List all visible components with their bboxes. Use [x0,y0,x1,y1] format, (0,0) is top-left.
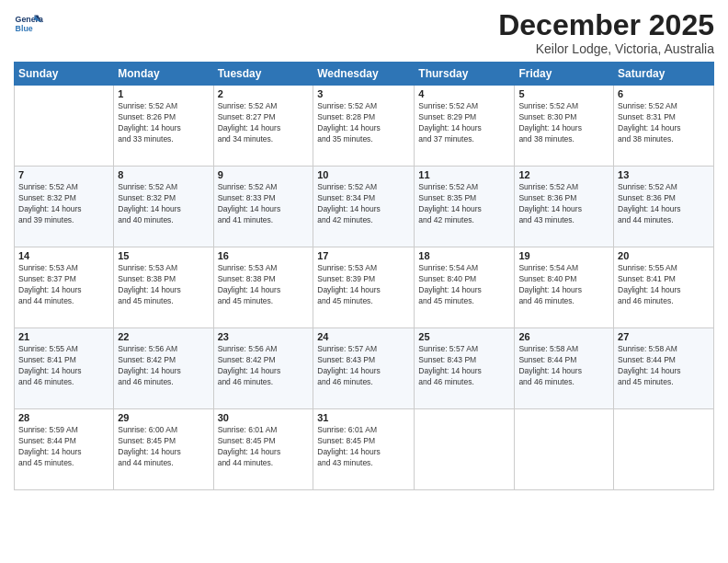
calendar-cell: 17Sunrise: 5:53 AM Sunset: 8:39 PM Dayli… [313,247,415,328]
page-header: General Blue December 2025 Keilor Lodge,… [14,9,714,56]
calendar-cell [614,409,714,490]
day-number: 6 [618,88,710,99]
calendar-cell: 13Sunrise: 5:52 AM Sunset: 8:36 PM Dayli… [614,167,714,247]
day-info: Sunrise: 5:52 AM Sunset: 8:32 PM Dayligh… [118,182,209,226]
day-info: Sunrise: 5:53 AM Sunset: 8:38 PM Dayligh… [218,263,310,307]
calendar-cell: 15Sunrise: 5:53 AM Sunset: 8:38 PM Dayli… [114,247,213,328]
day-info: Sunrise: 5:56 AM Sunset: 8:42 PM Dayligh… [218,344,310,388]
calendar-cell: 8Sunrise: 5:52 AM Sunset: 8:32 PM Daylig… [114,167,213,247]
day-number: 17 [317,250,410,261]
day-info: Sunrise: 5:52 AM Sunset: 8:32 PM Dayligh… [18,182,109,226]
day-info: Sunrise: 5:52 AM Sunset: 8:36 PM Dayligh… [618,182,710,226]
column-header-monday: Monday [114,63,213,86]
day-number: 25 [418,331,510,342]
day-number: 4 [418,88,510,99]
day-number: 9 [218,169,310,180]
calendar-cell: 19Sunrise: 5:54 AM Sunset: 8:40 PM Dayli… [515,247,614,328]
calendar-cell: 6Sunrise: 5:52 AM Sunset: 8:31 PM Daylig… [614,86,714,167]
calendar-cell: 9Sunrise: 5:52 AM Sunset: 8:33 PM Daylig… [213,167,313,247]
day-number: 27 [618,331,710,342]
day-info: Sunrise: 5:52 AM Sunset: 8:35 PM Dayligh… [418,182,510,226]
day-number: 21 [18,331,109,342]
week-row-4: 21Sunrise: 5:55 AM Sunset: 8:41 PM Dayli… [15,328,714,409]
day-number: 24 [317,331,410,342]
calendar-cell: 7Sunrise: 5:52 AM Sunset: 8:32 PM Daylig… [15,167,114,247]
calendar-cell: 27Sunrise: 5:58 AM Sunset: 8:44 PM Dayli… [614,328,714,409]
day-number: 7 [18,169,109,180]
calendar-cell: 22Sunrise: 5:56 AM Sunset: 8:42 PM Dayli… [114,328,213,409]
day-info: Sunrise: 5:58 AM Sunset: 8:44 PM Dayligh… [518,344,609,388]
day-info: Sunrise: 5:52 AM Sunset: 8:26 PM Dayligh… [118,101,209,145]
column-header-wednesday: Wednesday [313,63,415,86]
calendar-cell: 24Sunrise: 5:57 AM Sunset: 8:43 PM Dayli… [313,328,415,409]
day-number: 2 [218,88,310,99]
day-info: Sunrise: 5:52 AM Sunset: 8:29 PM Dayligh… [418,101,510,145]
calendar-cell: 3Sunrise: 5:52 AM Sunset: 8:28 PM Daylig… [313,86,415,167]
day-number: 30 [218,412,310,423]
calendar-cell: 31Sunrise: 6:01 AM Sunset: 8:45 PM Dayli… [313,409,415,490]
day-number: 14 [18,250,109,261]
calendar-cell: 4Sunrise: 5:52 AM Sunset: 8:29 PM Daylig… [415,86,515,167]
calendar-cell: 2Sunrise: 5:52 AM Sunset: 8:27 PM Daylig… [213,86,313,167]
day-number: 11 [418,169,510,180]
calendar-cell: 16Sunrise: 5:53 AM Sunset: 8:38 PM Dayli… [213,247,313,328]
calendar-cell: 11Sunrise: 5:52 AM Sunset: 8:35 PM Dayli… [415,167,515,247]
location: Keilor Lodge, Victoria, Australia [498,41,714,56]
day-number: 23 [218,331,310,342]
day-number: 20 [618,250,710,261]
day-number: 26 [518,331,609,342]
day-number: 1 [118,88,209,99]
week-row-3: 14Sunrise: 5:53 AM Sunset: 8:37 PM Dayli… [15,247,714,328]
calendar-cell [515,409,614,490]
month-title: December 2025 [498,9,714,41]
day-number: 10 [317,169,410,180]
day-info: Sunrise: 5:52 AM Sunset: 8:27 PM Dayligh… [218,101,310,145]
calendar-cell: 10Sunrise: 5:52 AM Sunset: 8:34 PM Dayli… [313,167,415,247]
calendar-cell [15,86,114,167]
calendar-cell: 20Sunrise: 5:55 AM Sunset: 8:41 PM Dayli… [614,247,714,328]
calendar-cell: 23Sunrise: 5:56 AM Sunset: 8:42 PM Dayli… [213,328,313,409]
day-info: Sunrise: 5:56 AM Sunset: 8:42 PM Dayligh… [118,344,209,388]
day-info: Sunrise: 5:54 AM Sunset: 8:40 PM Dayligh… [418,263,510,307]
calendar-cell: 28Sunrise: 5:59 AM Sunset: 8:44 PM Dayli… [15,409,114,490]
day-info: Sunrise: 5:54 AM Sunset: 8:40 PM Dayligh… [518,263,609,307]
day-info: Sunrise: 5:52 AM Sunset: 8:33 PM Dayligh… [218,182,310,226]
column-header-thursday: Thursday [415,63,515,86]
calendar-cell: 25Sunrise: 5:57 AM Sunset: 8:43 PM Dayli… [415,328,515,409]
day-info: Sunrise: 5:58 AM Sunset: 8:44 PM Dayligh… [618,344,710,388]
svg-text:Blue: Blue [16,24,33,33]
week-row-2: 7Sunrise: 5:52 AM Sunset: 8:32 PM Daylig… [15,167,714,247]
calendar-cell: 5Sunrise: 5:52 AM Sunset: 8:30 PM Daylig… [515,86,614,167]
calendar-cell [415,409,515,490]
day-info: Sunrise: 5:52 AM Sunset: 8:34 PM Dayligh… [317,182,410,226]
column-header-tuesday: Tuesday [213,63,313,86]
day-info: Sunrise: 5:53 AM Sunset: 8:38 PM Dayligh… [118,263,209,307]
calendar-cell: 1Sunrise: 5:52 AM Sunset: 8:26 PM Daylig… [114,86,213,167]
calendar-cell: 29Sunrise: 6:00 AM Sunset: 8:45 PM Dayli… [114,409,213,490]
column-header-friday: Friday [515,63,614,86]
day-info: Sunrise: 5:53 AM Sunset: 8:39 PM Dayligh… [317,263,410,307]
calendar-cell: 26Sunrise: 5:58 AM Sunset: 8:44 PM Dayli… [515,328,614,409]
column-header-saturday: Saturday [614,63,714,86]
day-number: 13 [618,169,710,180]
day-number: 15 [118,250,209,261]
day-number: 16 [218,250,310,261]
day-info: Sunrise: 5:55 AM Sunset: 8:41 PM Dayligh… [18,344,109,388]
day-info: Sunrise: 5:55 AM Sunset: 8:41 PM Dayligh… [618,263,710,307]
day-number: 28 [18,412,109,423]
day-info: Sunrise: 6:01 AM Sunset: 8:45 PM Dayligh… [218,425,310,469]
logo: General Blue [14,9,43,39]
day-info: Sunrise: 5:52 AM Sunset: 8:31 PM Dayligh… [618,101,710,145]
day-number: 18 [418,250,510,261]
calendar-header-row: SundayMondayTuesdayWednesdayThursdayFrid… [15,63,714,86]
day-info: Sunrise: 5:57 AM Sunset: 8:43 PM Dayligh… [317,344,410,388]
calendar-cell: 21Sunrise: 5:55 AM Sunset: 8:41 PM Dayli… [15,328,114,409]
day-number: 19 [518,250,609,261]
day-info: Sunrise: 5:57 AM Sunset: 8:43 PM Dayligh… [418,344,510,388]
calendar-cell: 12Sunrise: 5:52 AM Sunset: 8:36 PM Dayli… [515,167,614,247]
calendar-table: SundayMondayTuesdayWednesdayThursdayFrid… [14,62,714,490]
day-info: Sunrise: 5:53 AM Sunset: 8:37 PM Dayligh… [18,263,109,307]
day-number: 29 [118,412,209,423]
day-info: Sunrise: 5:59 AM Sunset: 8:44 PM Dayligh… [18,425,109,469]
day-info: Sunrise: 5:52 AM Sunset: 8:30 PM Dayligh… [518,101,609,145]
